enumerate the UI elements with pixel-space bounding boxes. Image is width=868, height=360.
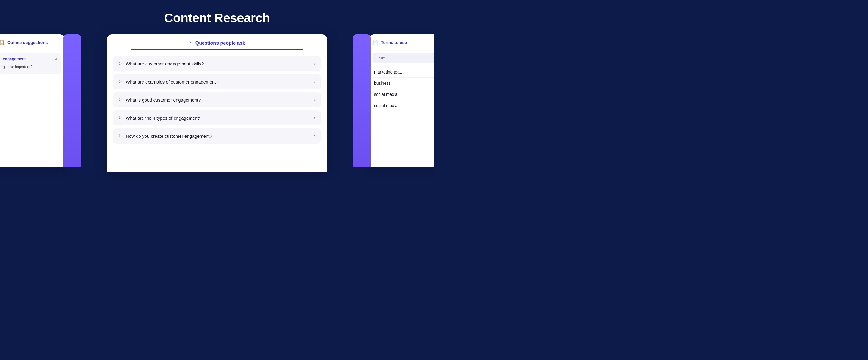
question-refresh-icon: ↻ bbox=[119, 61, 122, 66]
question-text: What are customer engagement skills? bbox=[126, 61, 204, 66]
terms-icon: 📄 bbox=[373, 40, 378, 45]
question-left: ↻ What are the 4 types of engagement? bbox=[119, 116, 201, 121]
left-panel-content: engagement ∧ gies so important? bbox=[0, 50, 65, 81]
right-panel-content: marketing tea…businesssocial mediasocial… bbox=[369, 50, 434, 115]
right-panel: 📄 Terms to use marketing tea…businesssoc… bbox=[369, 34, 434, 167]
question-left: ↻ What is good customer engagement? bbox=[119, 97, 201, 102]
chevron-right-icon: › bbox=[314, 115, 315, 121]
term-item: business bbox=[373, 78, 434, 89]
chevron-up-icon[interactable]: ∧ bbox=[55, 57, 58, 61]
section-item: gies so important? bbox=[3, 64, 58, 70]
left-panel: 📋 Outline suggestions engagement ∧ gies … bbox=[0, 34, 65, 167]
purple-bar-left bbox=[63, 34, 82, 167]
center-tab-inner: ↻ Questions people ask bbox=[189, 40, 245, 46]
question-item[interactable]: ↻ How do you create customer engagement?… bbox=[113, 128, 321, 144]
question-text: How do you create customer engagement? bbox=[126, 133, 212, 139]
term-item: social media bbox=[373, 89, 434, 100]
section-title: engagement bbox=[3, 57, 26, 61]
chevron-right-icon: › bbox=[314, 61, 315, 66]
term-item: marketing tea… bbox=[373, 67, 434, 78]
question-text: What are the 4 types of engagement? bbox=[126, 116, 201, 121]
question-refresh-icon: ↻ bbox=[119, 116, 122, 120]
chevron-right-icon: › bbox=[314, 79, 315, 84]
question-refresh-icon: ↻ bbox=[119, 97, 122, 102]
left-panel-tab-label: Outline suggestions bbox=[7, 40, 48, 45]
question-item[interactable]: ↻ What are the 4 types of engagement? › bbox=[113, 110, 321, 125]
left-panel-section: engagement ∧ gies so important? bbox=[0, 53, 61, 74]
question-left: ↻ What are customer engagement skills? bbox=[119, 61, 204, 66]
questions-list: ↻ What are customer engagement skills? ›… bbox=[107, 56, 327, 144]
section-header: engagement ∧ bbox=[3, 57, 58, 61]
right-panel-tab-label: Terms to use bbox=[381, 40, 407, 45]
question-item[interactable]: ↻ What is good customer engagement? › bbox=[113, 92, 321, 107]
page-title: Content Research bbox=[0, 0, 434, 34]
question-refresh-icon: ↻ bbox=[119, 133, 122, 139]
term-filter-input[interactable] bbox=[373, 53, 434, 63]
questions-icon: ↻ bbox=[189, 40, 193, 46]
center-panel-tab[interactable]: ↻ Questions people ask bbox=[131, 34, 303, 50]
chevron-right-icon: › bbox=[314, 97, 315, 102]
question-item[interactable]: ↻ What are customer engagement skills? › bbox=[113, 56, 321, 71]
center-panel: ↻ Questions people ask ↻ What are custom… bbox=[107, 34, 327, 172]
question-refresh-icon: ↻ bbox=[119, 79, 122, 84]
panels-container: 📋 Outline suggestions engagement ∧ gies … bbox=[0, 34, 434, 178]
outline-icon: 📋 bbox=[0, 40, 5, 45]
question-left: ↻ What are examples of customer engageme… bbox=[119, 79, 218, 84]
term-item: social media bbox=[373, 100, 434, 111]
question-text: What are examples of customer engagement… bbox=[126, 79, 218, 84]
question-left: ↻ How do you create customer engagement? bbox=[119, 133, 212, 139]
chevron-right-icon: › bbox=[314, 133, 315, 139]
question-text: What is good customer engagement? bbox=[126, 97, 201, 102]
question-item[interactable]: ↻ What are examples of customer engageme… bbox=[113, 74, 321, 89]
right-panel-tab[interactable]: 📄 Terms to use bbox=[369, 34, 434, 50]
left-panel-tab[interactable]: 📋 Outline suggestions bbox=[0, 34, 65, 50]
purple-bar-right bbox=[352, 34, 371, 167]
center-tab-label: Questions people ask bbox=[195, 40, 245, 46]
